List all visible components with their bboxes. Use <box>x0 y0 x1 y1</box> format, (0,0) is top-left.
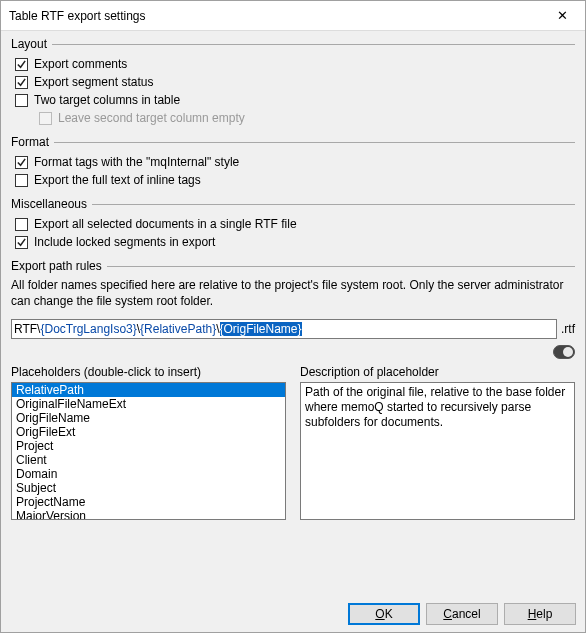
group-misc: Miscellaneous Export all selected docume… <box>11 197 575 251</box>
misc-row-1: Include locked segments in export <box>11 233 575 251</box>
path-row: RTF\{DocTrgLangIso3}\{RelativePath}\{Ori… <box>11 319 575 339</box>
export-path-input[interactable]: RTF\{DocTrgLangIso3}\{RelativePath}\{Ori… <box>11 319 557 339</box>
format-checkbox-1[interactable] <box>15 174 28 187</box>
misc-label-0: Export all selected documents in a singl… <box>34 217 297 231</box>
dialog-buttons: OK Cancel Help <box>348 603 576 625</box>
format-checkbox-0[interactable] <box>15 156 28 169</box>
group-header-layout: Layout <box>11 37 575 51</box>
cancel-button[interactable]: Cancel <box>426 603 498 625</box>
group-header-misc: Miscellaneous <box>11 197 575 211</box>
list-item[interactable]: Subject <box>12 481 285 495</box>
layout-row-3: Leave second target column empty <box>11 109 575 127</box>
format-row-1: Export the full text of inline tags <box>11 171 575 189</box>
list-item[interactable]: MajorVersion <box>12 509 285 520</box>
layout-checkbox-2[interactable] <box>15 94 28 107</box>
layout-row-0: Export comments <box>11 55 575 73</box>
layout-row-1: Export segment status <box>11 73 575 91</box>
misc-checkbox-0[interactable] <box>15 218 28 231</box>
format-label-1: Export the full text of inline tags <box>34 173 201 187</box>
placeholders-label: Placeholders (double-click to insert) <box>11 365 286 379</box>
group-header-format: Format <box>11 135 575 149</box>
list-item[interactable]: OriginalFileNameExt <box>12 397 285 411</box>
layout-row-2: Two target columns in table <box>11 91 575 109</box>
rules-description: All folder names specified here are rela… <box>11 277 575 309</box>
list-item[interactable]: Domain <box>12 467 285 481</box>
ok-button[interactable]: OK <box>348 603 420 625</box>
layout-label-1: Export segment status <box>34 75 153 89</box>
window-title: Table RTF export settings <box>9 9 146 23</box>
titlebar: Table RTF export settings ✕ <box>1 1 585 31</box>
layout-label-3: Leave second target column empty <box>58 111 245 125</box>
hint-toggle[interactable] <box>553 345 575 359</box>
extension-label: .rtf <box>561 322 575 336</box>
layout-label-0: Export comments <box>34 57 127 71</box>
list-item[interactable]: RelativePath <box>12 383 285 397</box>
group-layout: Layout Export commentsExport segment sta… <box>11 37 575 127</box>
list-item[interactable]: OrigFileName <box>12 411 285 425</box>
misc-row-0: Export all selected documents in a singl… <box>11 215 575 233</box>
list-item[interactable]: OrigFileExt <box>12 425 285 439</box>
layout-checkbox-3 <box>39 112 52 125</box>
placeholder-desc-label: Description of placeholder <box>300 365 575 379</box>
misc-checkbox-1[interactable] <box>15 236 28 249</box>
list-item[interactable]: ProjectName <box>12 495 285 509</box>
layout-checkbox-1[interactable] <box>15 76 28 89</box>
group-header-rules: Export path rules <box>11 259 575 273</box>
format-label-0: Format tags with the "mqInternal" style <box>34 155 239 169</box>
group-rules: Export path rules All folder names speci… <box>11 259 575 520</box>
layout-checkbox-0[interactable] <box>15 58 28 71</box>
layout-label-2: Two target columns in table <box>34 93 180 107</box>
help-button[interactable]: Help <box>504 603 576 625</box>
format-row-0: Format tags with the "mqInternal" style <box>11 153 575 171</box>
list-item[interactable]: Project <box>12 439 285 453</box>
placeholder-description: Path of the original file, relative to t… <box>300 382 575 520</box>
list-item[interactable]: Client <box>12 453 285 467</box>
close-button[interactable]: ✕ <box>540 1 585 30</box>
close-icon: ✕ <box>557 9 568 22</box>
group-format: Format Format tags with the "mqInternal"… <box>11 135 575 189</box>
misc-label-1: Include locked segments in export <box>34 235 215 249</box>
placeholders-listbox[interactable]: RelativePathOriginalFileNameExtOrigFileN… <box>11 382 286 520</box>
